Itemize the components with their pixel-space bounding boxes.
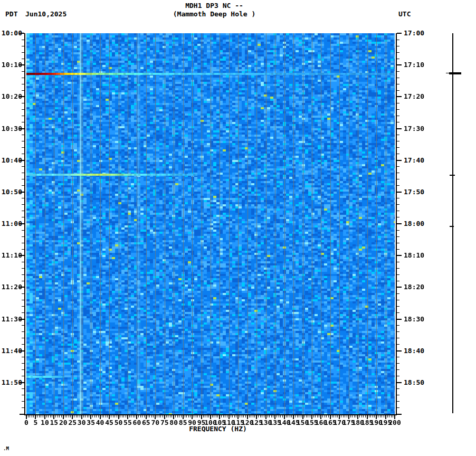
right-time-tick [397, 388, 399, 389]
freq-tick [74, 415, 74, 417]
left-time-label: 10:10 [0, 61, 22, 69]
spectrogram-page: PDT Jun10,2025 MDH1 DP3 NC -- (Mammoth D… [0, 0, 476, 456]
left-time-tick [22, 249, 24, 250]
freq-tick-label: 200 [385, 419, 404, 426]
freq-tick [334, 415, 334, 417]
left-time-tick [22, 262, 24, 262]
left-time-tick [22, 395, 24, 395]
right-time-tick [397, 363, 399, 364]
freq-tick [208, 415, 209, 417]
freq-tick [33, 415, 34, 417]
freq-tick [59, 415, 60, 417]
freq-tick [370, 415, 371, 417]
freq-tick [103, 415, 104, 417]
right-time-tick [397, 116, 399, 116]
left-time-tick [22, 71, 24, 72]
freq-tick [306, 415, 307, 417]
right-time-tick [397, 179, 399, 179]
left-time-tick [22, 78, 24, 78]
right-time-tick [397, 382, 402, 383]
freq-tick [282, 415, 283, 417]
left-time-label: 11:50 [0, 379, 22, 386]
freq-tick [343, 415, 344, 417]
left-time-tick [22, 281, 24, 281]
left-time-tick [22, 376, 24, 376]
freq-tick [32, 415, 32, 417]
freq-tick [387, 415, 388, 417]
left-time-tick [22, 293, 24, 294]
freq-tick [378, 415, 378, 417]
right-time-tick [397, 52, 399, 53]
freq-tick [223, 415, 224, 417]
right-time-tick [397, 338, 399, 338]
page-title: MDH1 DP3 NC -- [185, 2, 243, 10]
freq-tick [133, 415, 134, 417]
freq-tick [389, 415, 389, 417]
left-time-label: 10:00 [0, 30, 22, 37]
freq-tick [111, 415, 111, 417]
freq-tick [347, 415, 347, 417]
freq-tick [322, 415, 323, 417]
freq-tick [131, 415, 131, 417]
left-time-tick [22, 338, 24, 338]
freq-tick [297, 415, 298, 417]
left-time-label: 10:40 [0, 157, 22, 164]
left-time-tick [22, 236, 24, 237]
freq-tick [277, 415, 277, 417]
freq-tick [142, 415, 142, 417]
freq-tick [138, 415, 139, 417]
freq-tick [249, 415, 250, 417]
right-time-label: 17:50 [404, 188, 435, 196]
left-time-tick [20, 414, 24, 415]
right-time-tick [397, 217, 399, 217]
freq-tick [245, 415, 246, 417]
freq-tick [326, 415, 327, 417]
freq-tick [179, 415, 179, 417]
left-time-tick [22, 103, 24, 103]
freq-tick [269, 415, 270, 417]
freq-tick [50, 415, 51, 417]
freq-tick [123, 415, 124, 417]
freq-tick [373, 415, 373, 417]
freq-tick [319, 415, 319, 417]
freq-tick [304, 415, 304, 417]
freq-tick [30, 415, 30, 417]
freq-tick [310, 415, 310, 417]
right-time-tick [397, 166, 399, 167]
freq-tick [163, 415, 163, 417]
freq-tick [262, 415, 262, 417]
left-time-label: 10:30 [0, 125, 22, 132]
freq-tick [172, 415, 172, 417]
freq-tick [225, 415, 225, 417]
left-time-tick [22, 59, 24, 59]
freq-tick [301, 415, 301, 417]
freq-tick [117, 415, 117, 417]
page-subtitle: (Mammoth Deep Hole ) [173, 11, 256, 18]
right-time-tick [397, 357, 399, 357]
left-time-tick [22, 166, 24, 167]
left-time-tick [22, 357, 24, 357]
left-time-label: 11:40 [0, 347, 22, 355]
freq-tick [280, 415, 281, 417]
amplitude-event-mark [450, 226, 454, 227]
freq-tick [295, 415, 296, 417]
freq-tick [194, 415, 194, 417]
freq-tick [365, 415, 366, 417]
freq-tick [264, 415, 264, 417]
freq-tick [41, 415, 41, 417]
freq-tick [196, 415, 196, 417]
amplitude-event-mark [450, 175, 455, 176]
freq-tick [336, 415, 336, 417]
left-time-tick [22, 84, 24, 84]
freq-tick [217, 415, 218, 417]
right-time-tick [397, 230, 399, 231]
freq-tick [170, 415, 170, 417]
left-time-tick [22, 147, 24, 148]
freq-tick [175, 415, 176, 417]
left-time-tick [22, 90, 24, 91]
left-time-tick [22, 268, 24, 269]
freq-tick [393, 415, 393, 417]
freq-tick [299, 415, 299, 417]
timezone-left-label: PDT [5, 11, 17, 18]
left-time-tick [22, 369, 24, 370]
